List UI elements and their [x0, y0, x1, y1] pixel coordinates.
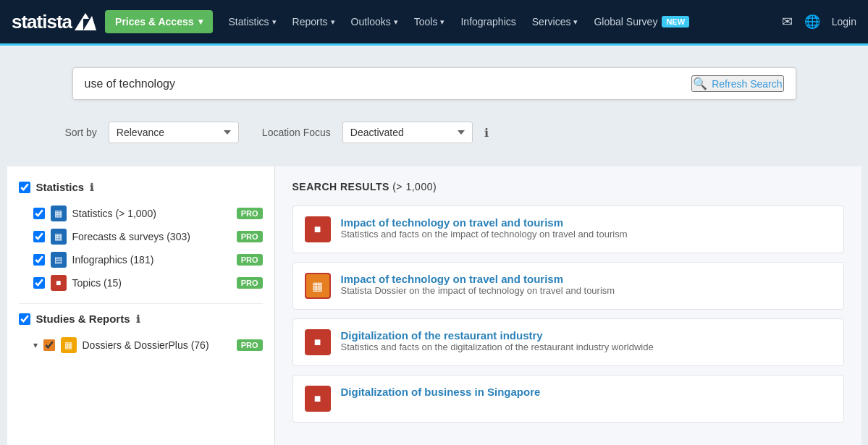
sort-select[interactable]: Relevance Date [109, 122, 239, 143]
result-content-4: Digitalization of business in Singapore [341, 386, 832, 398]
result-desc-3: Statistics and facts on the digitalizati… [341, 342, 832, 352]
statistics-sub-icon: ▦ [51, 205, 67, 221]
sidebar-item-infographics: ▤ Infographics (181) PRO [19, 248, 263, 271]
dossier-expand-arrow[interactable]: ▾ [33, 340, 38, 350]
infographics-pro-badge: PRO [237, 254, 263, 266]
logo-icon [75, 13, 96, 30]
sidebar-item-statistics: ▦ Statistics (> 1,000) PRO [19, 202, 263, 225]
search-area: 🔍 Refresh Search [0, 46, 868, 114]
infographics-label: Infographics (181) [72, 254, 231, 266]
sidebar-item-topics: ■ Topics (15) PRO [19, 271, 263, 294]
forecasts-icon: ▦ [51, 229, 67, 245]
result-desc-1: Statistics and facts on the impact of te… [341, 229, 832, 240]
filter-row: Sort by Relevance Date Location Focus De… [51, 114, 818, 155]
result-icon-1: ■ [305, 216, 331, 242]
infographics-checkbox[interactable] [33, 254, 45, 266]
sidebar-divider [19, 303, 263, 304]
result-title-4[interactable]: Digitalization of business in Singapore [341, 386, 541, 398]
refresh-search-label: Refresh Search [712, 78, 782, 90]
result-item-3: ■ Digitalization of the restaurant indus… [292, 318, 844, 366]
sidebar-item-dossier: ▾ ▦ Dossiers & DossierPlus (76) PRO [19, 334, 263, 357]
nav-tools[interactable]: Tools [407, 10, 452, 33]
nav-statistics[interactable]: Statistics [222, 10, 284, 33]
topics-label: Topics (15) [72, 277, 231, 289]
studies-info-icon[interactable]: ℹ [136, 313, 140, 325]
header-right: ✉ 🌐 Login [782, 14, 856, 30]
statistics-checkbox[interactable] [19, 182, 30, 193]
dossier-icon: ▦ [61, 337, 77, 353]
result-content-2: Impact of technology on travel and touri… [341, 273, 832, 296]
prices-access-button[interactable]: Prices & Access [105, 10, 212, 33]
forecasts-label: Forecasts & surveys (303) [72, 231, 231, 242]
sidebar-item-forecasts: ▦ Forecasts & surveys (303) PRO [19, 225, 263, 248]
statistics-sub-checkbox[interactable] [33, 208, 45, 219]
login-button[interactable]: Login [832, 16, 856, 27]
infographics-icon: ▤ [51, 252, 67, 268]
globe-icon[interactable]: 🌐 [804, 14, 820, 30]
main-content: Statistics ℹ ▦ Statistics (> 1,000) PRO … [7, 166, 861, 445]
nav-global-survey[interactable]: Global Survey NEW [586, 10, 696, 33]
result-item-2: ▦ Impact of technology on travel and tou… [292, 262, 844, 310]
sort-by-label: Sort by [65, 127, 97, 138]
location-info-icon[interactable]: ℹ [484, 126, 489, 140]
topics-pro-badge: PRO [237, 277, 263, 289]
topics-icon: ■ [51, 275, 67, 291]
statistics-sub-label: Statistics (> 1,000) [72, 208, 231, 219]
dossier-checkbox[interactable] [43, 339, 55, 351]
result-item-4: ■ Digitalization of business in Singapor… [292, 375, 844, 423]
result-icon-2: ▦ [305, 273, 331, 299]
header: statista Prices & Access Statistics Repo… [0, 0, 868, 43]
dossier-pro-badge: PRO [237, 339, 263, 351]
main-nav: Statistics Reports Outlooks Tools Infogr… [222, 10, 697, 33]
result-title-1[interactable]: Impact of technology on travel and touri… [341, 216, 564, 229]
statistics-section-title: Statistics ℹ [19, 181, 263, 193]
nav-services[interactable]: Services [525, 10, 586, 33]
topics-checkbox[interactable] [33, 277, 45, 289]
studies-section-title: Studies & Reports ℹ [19, 313, 263, 325]
result-title-3[interactable]: Digitalization of the restaurant industr… [341, 329, 543, 342]
search-box: 🔍 Refresh Search [72, 67, 796, 100]
nav-reports[interactable]: Reports [285, 10, 342, 33]
result-title-2[interactable]: Impact of technology on travel and touri… [341, 273, 564, 285]
result-icon-4: ■ [305, 386, 331, 412]
statistics-info-icon[interactable]: ℹ [90, 182, 93, 193]
forecasts-checkbox[interactable] [33, 231, 45, 242]
result-content-3: Digitalization of the restaurant industr… [341, 329, 832, 352]
search-icon: 🔍 [693, 77, 707, 90]
global-survey-label: Global Survey [594, 16, 657, 27]
results-header: SEARCH RESULTS (> 1,000) [292, 181, 844, 192]
location-focus-label: Location Focus [262, 127, 331, 138]
forecasts-pro-badge: PRO [237, 231, 263, 242]
mail-icon[interactable]: ✉ [782, 14, 793, 30]
new-badge: NEW [662, 16, 689, 27]
sidebar: Statistics ℹ ▦ Statistics (> 1,000) PRO … [7, 166, 275, 445]
statistics-pro-badge: PRO [237, 208, 263, 219]
refresh-search-button[interactable]: 🔍 Refresh Search [691, 75, 783, 92]
studies-checkbox[interactable] [19, 313, 30, 325]
logo-text: statista [12, 11, 72, 33]
result-icon-3: ■ [305, 329, 331, 355]
location-select[interactable]: Deactivated Global United States [342, 122, 473, 143]
result-desc-2: Statista Dossier on the impact of techno… [341, 285, 832, 296]
results-area: SEARCH RESULTS (> 1,000) ■ Impact of tec… [275, 166, 861, 445]
dossier-label: Dossiers & DossierPlus (76) [83, 339, 231, 351]
nav-outlooks[interactable]: Outlooks [344, 10, 405, 33]
nav-infographics[interactable]: Infographics [453, 10, 523, 33]
search-input[interactable] [85, 77, 692, 90]
logo: statista [12, 11, 96, 33]
result-content-1: Impact of technology on travel and touri… [341, 216, 832, 240]
result-item-1: ■ Impact of technology on travel and tou… [292, 205, 844, 253]
